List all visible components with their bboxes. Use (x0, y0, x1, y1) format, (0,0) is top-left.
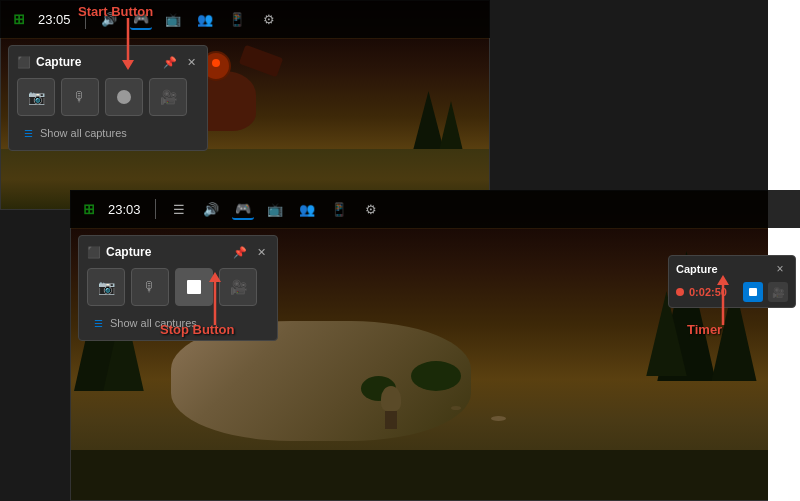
detail-1 (491, 416, 506, 421)
screenshot-button-top[interactable]: 📷 (17, 78, 55, 116)
stop-square-icon (187, 280, 201, 294)
screenshot-button-bottom[interactable]: 📷 (87, 268, 125, 306)
people-icon-top[interactable]: 👥 (194, 8, 216, 30)
capture-buttons-bottom: 📷 🎙 🎥 (87, 268, 269, 306)
mic-off-icon-bottom: 🎙 (143, 279, 157, 295)
cam-off-button-bottom[interactable]: 🎥 (219, 268, 257, 306)
capture-buttons-top: 📷 🎙 🎥 (17, 78, 199, 116)
cam-off-button-top[interactable]: 🎥 (149, 78, 187, 116)
pin-button-top[interactable]: 📌 (162, 54, 178, 70)
capture-icon-top: ⬛ (17, 56, 31, 69)
panel-actions-bottom: 📌 ✕ (232, 244, 269, 260)
cam-off-icon-bottom: 🎥 (230, 279, 247, 295)
captures-list-icon-top: ☰ (21, 126, 35, 140)
time-bottom: 23:03 (108, 202, 143, 217)
capture-mini-panel: Capture × 0:02:50 🎥 (668, 255, 796, 308)
panel-title-bottom: ⬛ Capture (87, 245, 151, 259)
settings-icon-bottom[interactable]: ⚙ (360, 198, 382, 220)
record-button-top[interactable] (105, 78, 143, 116)
gamepad-icon-top[interactable]: 🎮 (130, 8, 152, 30)
bush-1 (411, 361, 461, 391)
menu-icon-bottom[interactable]: ☰ (168, 198, 190, 220)
pin-button-bottom[interactable]: 📌 (232, 244, 248, 260)
time-top: 23:05 (38, 12, 73, 27)
mini-title: Capture (676, 263, 718, 275)
mini-cam-icon: 🎥 (772, 287, 784, 298)
mini-stop-button[interactable] (743, 282, 763, 302)
panel-header-top: ⬛ Capture 📌 ✕ (17, 54, 199, 70)
volume-icon-top[interactable]: 🔊 (98, 8, 120, 30)
character (381, 386, 401, 429)
camera-icon-top: 📷 (28, 89, 45, 105)
show-captures-bottom[interactable]: ☰ Show all captures (87, 314, 269, 332)
show-captures-top[interactable]: ☰ Show all captures (17, 124, 199, 142)
detail-2 (451, 406, 461, 410)
ground-bottom (71, 450, 800, 500)
capture-panel-bottom: ⬛ Capture 📌 ✕ 📷 🎙 🎥 ☰ Show all captures (78, 235, 278, 341)
mini-header: Capture × (676, 261, 788, 277)
mic-off-button-bottom[interactable]: 🎙 (131, 268, 169, 306)
close-button-top[interactable]: ✕ (183, 54, 199, 70)
recording-dot (676, 288, 684, 296)
panel-header-bottom: ⬛ Capture 📌 ✕ (87, 244, 269, 260)
gamebar-top: ⊞ 23:05 🔊 🎮 📺 👥 📱 ⚙ (0, 0, 490, 38)
cam-off-icon-top: 🎥 (160, 89, 177, 105)
people-icon-bottom[interactable]: 👥 (296, 198, 318, 220)
xbox-icon-bottom: ⊞ (80, 200, 98, 218)
volume-icon-bottom[interactable]: 🔊 (200, 198, 222, 220)
captures-list-icon-bottom: ☰ (91, 316, 105, 330)
capture-panel-top: ⬛ Capture 📌 ✕ 📷 🎙 🎥 ☰ Show all captures (8, 45, 208, 151)
divider-top (85, 9, 86, 29)
close-button-bottom[interactable]: ✕ (253, 244, 269, 260)
mini-controls: 0:02:50 🎥 (676, 282, 788, 302)
phone-icon-bottom[interactable]: 📱 (328, 198, 350, 220)
settings-icon-top[interactable]: ⚙ (258, 8, 280, 30)
timer-display: 0:02:50 (689, 286, 738, 298)
phone-icon-top[interactable]: 📱 (226, 8, 248, 30)
xbox-icon-top: ⊞ (10, 10, 28, 28)
panel-actions-top: 📌 ✕ (162, 54, 199, 70)
record-dot-top (117, 90, 131, 104)
mini-stop-icon (749, 288, 757, 296)
stop-button-bottom[interactable] (175, 268, 213, 306)
mic-off-button-top[interactable]: 🎙 (61, 78, 99, 116)
gamebar-bottom: ⊞ 23:03 ☰ 🔊 🎮 📺 👥 📱 ⚙ (70, 190, 800, 228)
mic-off-icon-top: 🎙 (73, 89, 87, 105)
camera-icon-bottom: 📷 (98, 279, 115, 295)
panel-title-top: ⬛ Capture (17, 55, 81, 69)
mini-close-button[interactable]: × (772, 261, 788, 277)
monitor-icon-top[interactable]: 📺 (162, 8, 184, 30)
divider-bottom (155, 199, 156, 219)
monitor-icon-bottom[interactable]: 📺 (264, 198, 286, 220)
mini-cam-button[interactable]: 🎥 (768, 282, 788, 302)
capture-icon-bottom: ⬛ (87, 246, 101, 259)
gamepad-icon-bottom[interactable]: 🎮 (232, 198, 254, 220)
